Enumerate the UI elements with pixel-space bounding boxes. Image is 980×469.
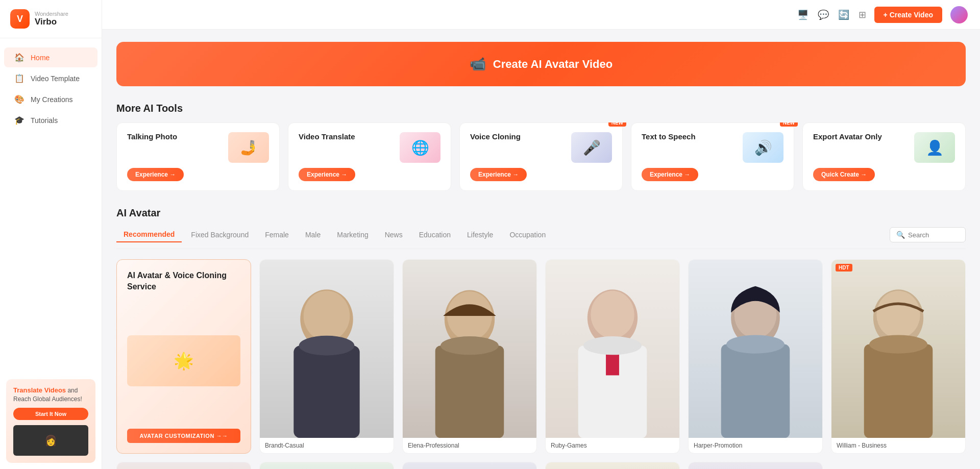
sidebar-navigation: 🏠 Home 📋 Video Template 🎨 My Creations 🎓… [0,38,102,373]
content-area: 📹 Create AI Avatar Video More AI Tools T… [102,30,980,469]
tool-voice-cloning[interactable]: NEW Voice Cloning 🎤 Experience → [459,122,623,191]
brand-name: Wondershare [35,11,68,17]
sidebar-item-tutorials-label: Tutorials [31,116,58,125]
avatar-harper-label: Harper-Promotion [689,438,822,453]
promo-start-button[interactable]: Start It Now [13,408,88,420]
avatar-william-label: William - Business [831,438,965,453]
logo[interactable]: V Wondershare Virbo [0,0,102,38]
avatar-card-row2-0[interactable] [116,462,251,469]
create-video-button[interactable]: + Create Video [874,7,942,23]
sidebar-item-video-template-label: Video Template [31,75,80,83]
tab-male[interactable]: Male [298,228,328,242]
tool-video-translate-title: Video Translate [299,132,355,141]
avatar-card-row2-2[interactable] [402,462,537,469]
tool-video-translate-btn[interactable]: Experience → [299,168,355,181]
promo-title: AI Avatar & Voice Cloning Service [127,270,240,293]
create-ai-avatar-banner[interactable]: 📹 Create AI Avatar Video [116,42,966,86]
svg-rect-2 [293,345,359,438]
tab-lifestyle[interactable]: Lifestyle [460,228,500,242]
tool-export-avatar[interactable]: Export Avatar Only 👤 Quick Create → [802,122,966,191]
tools-grid: Talking Photo 🤳 Experience → Video Trans… [116,122,966,191]
ai-avatar-title: AI Avatar [116,207,966,219]
svg-point-12 [583,336,642,355]
text-to-speech-new-badge: NEW [780,122,798,127]
sidebar-item-my-creations[interactable]: 🎨 My Creations [4,89,97,109]
search-input[interactable] [908,231,959,239]
grid-icon[interactable]: ⊞ [859,9,866,20]
avatar-card-row2-4[interactable] [688,462,823,469]
promo-customization-button[interactable]: AVATAR CUSTOMIZATION →→ [127,429,240,443]
svg-point-20 [869,335,927,353]
video-template-icon: 📋 [14,73,24,83]
tool-voice-cloning-btn[interactable]: Experience → [470,168,527,181]
avatar-tabs: Recommended Fixed Background Female Male… [116,227,966,249]
sidebar-item-home-label: Home [31,54,50,62]
tool-voice-cloning-title: Voice Cloning [470,132,521,141]
tab-education[interactable]: Education [412,228,458,242]
avatar-card-brandt[interactable]: Brandt-Casual [259,259,394,454]
sidebar-item-home[interactable]: 🏠 Home [4,47,97,67]
sidebar-item-my-creations-label: My Creations [31,95,72,104]
logo-icon: V [10,9,30,29]
tab-fixed-background[interactable]: Fixed Background [184,228,256,242]
tool-text-to-speech[interactable]: NEW Text to Speech 🔊 Experience → [631,122,794,191]
banner-text: Create AI Avatar Video [493,58,612,71]
avatar-card-row2-3[interactable] [545,462,680,469]
svg-point-7 [440,336,499,355]
avatar-card-elena[interactable]: Elena-Professional [402,259,537,454]
tab-occupation[interactable]: Occupation [502,228,553,242]
tool-text-to-speech-btn[interactable]: Experience → [642,168,698,181]
avatar-row2e-image [689,462,822,469]
tool-video-translate-image: 🌐 [400,132,440,163]
avatar-ruby-label: Ruby-Games [546,438,679,453]
tool-text-to-speech-image: 🔊 [743,132,783,163]
tool-video-translate[interactable]: Video Translate 🌐 Experience → [288,122,451,191]
svg-point-18 [876,291,920,338]
tab-marketing[interactable]: Marketing [330,228,375,242]
main-content: 🖥️ 💬 🔄 ⊞ + Create Video 📹 Create AI Avat… [102,0,980,469]
avatar-search[interactable]: 🔍 [890,227,966,242]
refresh-icon[interactable]: 🔄 [838,9,849,20]
svg-point-9 [591,291,634,338]
monitor-icon[interactable]: 🖥️ [797,9,808,20]
tutorials-icon: 🎓 [14,115,24,125]
avatar-row2d-image [546,462,679,469]
svg-point-16 [726,335,785,353]
tool-talking-photo[interactable]: Talking Photo 🤳 Experience → [116,122,280,191]
tab-female[interactable]: Female [258,228,296,242]
more-ai-tools-section: More AI Tools Talking Photo 🤳 Experience… [116,103,966,191]
topbar: 🖥️ 💬 🔄 ⊞ + Create Video [102,0,980,30]
avatar-card-row2-1[interactable] [259,462,394,469]
tab-recommended[interactable]: Recommended [116,227,182,242]
sidebar: V Wondershare Virbo 🏠 Home 📋 Video Templ… [0,0,102,469]
avatar-row2b-image [260,462,394,469]
avatar-elena-image [403,260,536,438]
avatar-william-image: HDT [831,260,965,438]
promo-highlight: Translate Videos [13,386,66,394]
avatar-card-ruby[interactable]: Ruby-Games [545,259,680,454]
avatar-card-william[interactable]: HDT William - Business [831,259,966,454]
more-ai-tools-title: More AI Tools [116,103,966,114]
sidebar-item-tutorials[interactable]: 🎓 Tutorials [4,110,97,130]
tool-export-avatar-btn[interactable]: Quick Create → [813,168,875,181]
avatar-brandt-image [260,260,394,438]
user-avatar[interactable] [950,6,968,23]
ai-avatar-section: AI Avatar Recommended Fixed Background F… [116,207,966,469]
tool-talking-photo-btn[interactable]: Experience → [127,168,184,181]
avatar-card-harper[interactable]: Harper-Promotion [688,259,823,454]
tab-news[interactable]: News [378,228,410,242]
avatar-promo-card[interactable]: AI Avatar & Voice Cloning Service 🌟 AVAT… [116,259,251,454]
sidebar-item-video-template[interactable]: 📋 Video Template [4,68,97,88]
avatar-brandt-label: Brandt-Casual [260,438,394,453]
svg-point-3 [299,336,355,356]
avatar-grid: AI Avatar & Voice Cloning Service 🌟 AVAT… [116,259,966,469]
svg-point-1 [304,291,350,341]
avatar-elena-label: Elena-Professional [403,438,536,453]
tool-voice-cloning-image: 🎤 [571,132,612,163]
chat-icon[interactable]: 💬 [818,9,829,20]
banner-plus-icon: 📹 [470,56,486,72]
avatar-harper-image [689,260,822,438]
app-name: Virbo [35,17,68,27]
tool-talking-photo-image: 🤳 [228,132,269,163]
my-creations-icon: 🎨 [14,94,24,104]
